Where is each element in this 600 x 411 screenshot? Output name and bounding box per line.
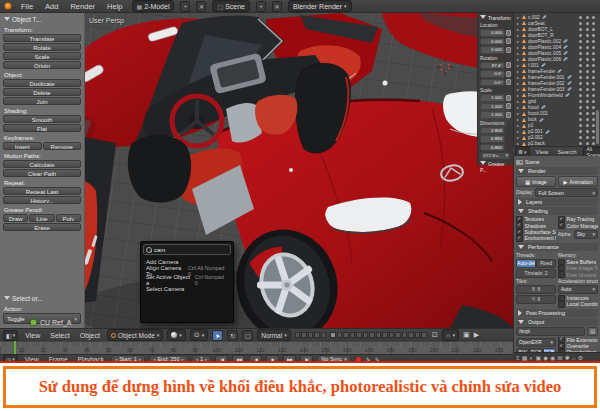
selectable-arrow-icon[interactable] (586, 76, 589, 79)
checkbox[interactable] (558, 222, 565, 228)
expand-arrow-icon[interactable]: ▸ (517, 45, 520, 50)
layer-toggle[interactable] (395, 332, 401, 338)
visibility-eye-icon[interactable] (579, 34, 582, 37)
menu-item[interactable]: Search (554, 149, 579, 155)
object-name[interactable]: doorBOT_R (528, 33, 554, 38)
tool-button[interactable]: Rotate (3, 43, 81, 51)
selectable-arrow-icon[interactable] (586, 34, 589, 37)
render-camera-icon[interactable] (592, 28, 595, 31)
n-panel-header[interactable]: Transform (480, 15, 511, 21)
selectable-arrow-icon[interactable] (586, 64, 589, 67)
expand-arrow-icon[interactable]: ▸ (517, 33, 520, 38)
tool-button[interactable]: Poly (56, 214, 81, 222)
tool-button[interactable]: Calculate (3, 160, 81, 168)
tool-button[interactable]: History... (3, 196, 81, 204)
value-slider[interactable]: 87.4° (480, 62, 505, 70)
visibility-eye-icon[interactable] (579, 52, 582, 55)
threads-auto-button[interactable]: Auto-detect (516, 259, 536, 268)
render-animation-button[interactable]: ▶ Animation (558, 176, 598, 187)
checkbox-row[interactable]: Free Unused Node (558, 271, 598, 277)
layer-toggle[interactable] (350, 332, 356, 338)
value-slider[interactable]: 0.0° (480, 70, 505, 78)
menu-item[interactable]: File (18, 2, 36, 11)
layer-toggle[interactable] (343, 332, 349, 338)
render-camera-icon[interactable] (592, 112, 595, 115)
render-camera-icon[interactable] (592, 82, 595, 85)
current-frame-marker[interactable] (14, 341, 16, 354)
add-scene-button[interactable]: + (256, 1, 266, 12)
visibility-eye-icon[interactable] (579, 58, 582, 61)
object-name[interactable]: grid (528, 99, 536, 104)
expand-arrow-icon[interactable]: ▸ (517, 21, 520, 26)
object-name[interactable]: doorPlastic.005 (528, 51, 561, 56)
menu-item[interactable]: Set Active Object a Ctrl Numpad 0 (143, 275, 231, 284)
render-camera-icon[interactable] (592, 124, 595, 127)
object-name[interactable]: f.001 (528, 63, 539, 68)
render-camera-icon[interactable] (592, 52, 595, 55)
snap-dropdown[interactable]: ∩ ▾ (442, 329, 460, 341)
object-name[interactable]: doorPlastic.006 (528, 57, 561, 62)
alpha-dropdown[interactable]: Sky ▾ (574, 230, 598, 239)
selectable-arrow-icon[interactable] (586, 82, 589, 85)
selectable-arrow-icon[interactable] (586, 40, 589, 43)
render-camera-icon[interactable] (592, 118, 595, 121)
tool-button[interactable]: Draw (3, 214, 28, 222)
3d-viewport[interactable]: User Persp Object T... Transform: Transl… (0, 13, 513, 341)
expand-arrow-icon[interactable]: ▸ (517, 117, 520, 122)
visibility-eye-icon[interactable] (579, 142, 582, 145)
selectable-arrow-icon[interactable] (586, 100, 589, 103)
object-name[interactable]: FrontWindshield (528, 93, 563, 98)
checkbox-row[interactable]: File Extensions (558, 337, 598, 343)
lock-icon[interactable] (506, 47, 511, 53)
rotate-manipulator-button[interactable]: ↻ (227, 330, 238, 341)
value-slider[interactable]: 0.000 (480, 38, 505, 46)
visibility-eye-icon[interactable] (579, 88, 582, 91)
visibility-eye-icon[interactable] (579, 112, 582, 115)
search-input[interactable]: cam (143, 244, 231, 255)
render-anim-icon[interactable]: ▶ (474, 331, 479, 339)
display-scope-dropdown[interactable]: All Scenes ▾ (583, 147, 600, 157)
rotation-mode-dropdown[interactable]: XYZ Eu.. ▾ (480, 152, 511, 160)
expand-arrow-icon[interactable]: ▸ (517, 135, 520, 140)
object-name[interactable]: frameFender (528, 69, 555, 74)
layer-toggle[interactable] (421, 332, 427, 338)
tool-button[interactable]: Delete (3, 88, 81, 96)
timeline-ruler[interactable]: 10 20 30 40 50 60 70 80 90 100 110 120 1… (0, 346, 513, 354)
expand-arrow-icon[interactable]: ▸ (517, 75, 520, 80)
selectable-arrow-icon[interactable] (586, 70, 589, 73)
menu-item[interactable]: Add (42, 2, 61, 11)
checkbox[interactable] (516, 222, 523, 228)
translate-manipulator-button[interactable]: ➤ (212, 330, 223, 341)
expand-arrow-icon[interactable]: ▸ (517, 57, 520, 62)
object-name[interactable]: frameFender.003 (528, 87, 565, 92)
tool-button[interactable]: Clear Path (3, 169, 81, 177)
render-panel-header[interactable]: Render (516, 167, 598, 175)
selectable-arrow-icon[interactable] (586, 130, 589, 133)
selectable-arrow-icon[interactable] (586, 16, 589, 19)
selectable-arrow-icon[interactable] (586, 124, 589, 127)
tile-x-slider[interactable]: X: 8 (516, 285, 556, 294)
layer-toggle[interactable] (337, 332, 343, 338)
visibility-eye-icon[interactable] (579, 94, 582, 97)
value-slider[interactable]: 0.000 (480, 46, 505, 54)
object-name[interactable]: c.002 (528, 15, 540, 20)
checkbox-row[interactable]: Environment Map (516, 235, 556, 241)
visibility-eye-icon[interactable] (579, 76, 582, 79)
selectable-arrow-icon[interactable] (586, 28, 589, 31)
render-engine-selector[interactable]: Blender Render ▾ (288, 0, 352, 12)
visibility-eye-icon[interactable] (579, 100, 582, 103)
layer-toggle[interactable] (389, 332, 395, 338)
expand-arrow-icon[interactable]: ▸ (517, 15, 520, 20)
visibility-eye-icon[interactable] (579, 22, 582, 25)
checkbox-row[interactable]: Save Buffers (558, 259, 598, 265)
value-slider[interactable]: 1.000 (480, 103, 505, 111)
render-camera-icon[interactable] (592, 34, 595, 37)
render-image-button[interactable]: ▦ Image (516, 176, 556, 187)
expand-arrow-icon[interactable]: ▸ (517, 99, 520, 104)
checkbox[interactable] (558, 301, 565, 307)
lock-icon[interactable] (506, 112, 511, 118)
lock-icon[interactable] (506, 103, 511, 109)
render-camera-icon[interactable] (592, 40, 595, 43)
outliner-scrollbar[interactable] (596, 110, 599, 144)
acceleration-dropdown[interactable]: Auto ▾ (558, 285, 598, 294)
